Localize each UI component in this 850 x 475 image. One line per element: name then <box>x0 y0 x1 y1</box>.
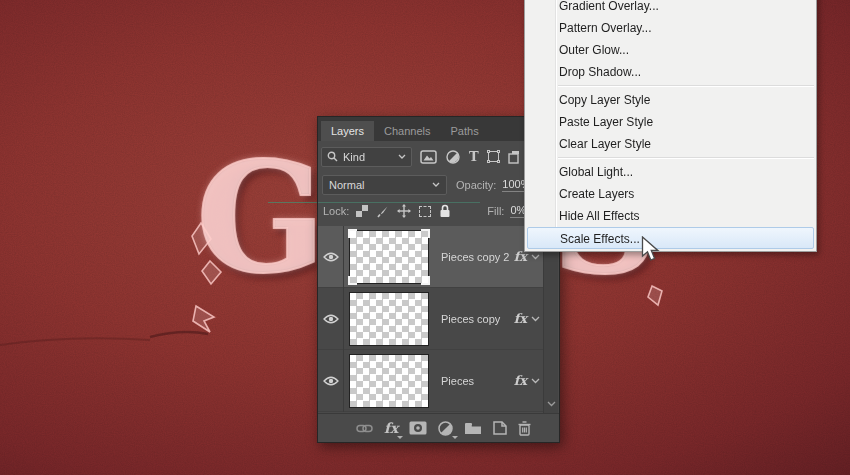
add-layer-mask-button[interactable] <box>409 421 427 435</box>
lock-row: Lock: <box>318 201 559 221</box>
menu-item-paste-layer-style[interactable]: Paste Layer Style <box>525 111 816 133</box>
chevron-down-icon <box>398 154 406 159</box>
menu-separator <box>558 157 814 159</box>
filter-kind-label: Kind <box>343 151 365 163</box>
collapse-effects-chevron-icon[interactable] <box>531 254 540 260</box>
type-layers-filter-icon[interactable]: T <box>469 149 479 164</box>
layer-thumbnail[interactable] <box>349 292 429 346</box>
layer-thumbnail[interactable] <box>349 230 429 284</box>
menu-item-outer-glow[interactable]: Outer Glow... <box>525 39 816 61</box>
layer-list-scrollbar[interactable] <box>543 226 558 413</box>
layer-row-pieces-copy-2[interactable]: Pieces copy 2 fx <box>318 226 544 288</box>
layer-fx-badge[interactable]: fx <box>514 311 527 326</box>
lock-image-pixels-brush-icon[interactable] <box>376 205 389 218</box>
add-layer-style-button[interactable]: fx <box>384 420 398 436</box>
mouse-cursor <box>641 236 661 264</box>
visibility-toggle[interactable] <box>318 350 344 412</box>
photoshop-workspace: G S Layers Channels Paths <box>0 0 850 475</box>
fill-label: Fill: <box>487 205 504 217</box>
layer-row-pieces-copy[interactable]: Pieces copy fx <box>318 288 544 350</box>
opacity-label: Opacity: <box>456 179 496 191</box>
adjustment-layers-filter-icon[interactable] <box>446 150 460 164</box>
shape-layers-filter-icon[interactable] <box>488 151 499 162</box>
lock-transparent-pixels-icon[interactable] <box>356 205 368 217</box>
layer-name[interactable]: Pieces copy 2 <box>441 251 514 263</box>
lock-label: Lock: <box>323 205 349 217</box>
visibility-toggle[interactable] <box>318 226 344 288</box>
menu-item-copy-layer-style[interactable]: Copy Layer Style <box>525 89 816 111</box>
eye-icon <box>323 252 339 262</box>
eye-icon <box>323 376 339 386</box>
blend-mode-value: Normal <box>329 179 364 191</box>
menu-item-clear-layer-style[interactable]: Clear Layer Style <box>525 133 816 155</box>
visibility-toggle[interactable] <box>318 288 344 350</box>
eye-icon <box>323 314 339 324</box>
lock-artboard-icon[interactable] <box>419 206 431 217</box>
link-icon <box>356 424 373 433</box>
layers-panel-bottom-bar: fx <box>318 413 559 442</box>
tab-layers[interactable]: Layers <box>321 121 374 141</box>
pixel-layers-filter-icon[interactable] <box>420 150 437 164</box>
lock-all-padlock-icon[interactable] <box>439 204 451 218</box>
tab-paths[interactable]: Paths <box>441 121 489 141</box>
layer-style-context-menu: Gradient Overlay... Pattern Overlay... O… <box>524 0 817 252</box>
layer-thumbnail[interactable] <box>349 354 429 408</box>
layer-name[interactable]: Pieces copy <box>441 313 514 325</box>
menu-item-create-layers[interactable]: Create Layers <box>525 183 816 205</box>
collapse-effects-chevron-icon[interactable] <box>531 316 540 322</box>
menu-item-drop-shadow[interactable]: Drop Shadow... <box>525 61 816 83</box>
collapse-effects-chevron-icon[interactable] <box>531 378 540 384</box>
scroll-down-chevron-icon[interactable] <box>547 401 556 407</box>
link-layers-button[interactable] <box>356 424 373 433</box>
smart-object-filter-icon[interactable] <box>508 150 520 164</box>
chevron-down-icon <box>432 182 440 187</box>
adjustment-layer-icon <box>438 421 453 436</box>
blend-mode-dropdown[interactable]: Normal <box>322 175 447 195</box>
new-layer-icon <box>493 421 507 435</box>
tab-channels[interactable]: Channels <box>374 121 440 141</box>
layer-filter-row: Kind T <box>318 146 559 167</box>
menu-item-scale-effects[interactable]: Scale Effects... <box>527 227 814 249</box>
fx-icon: fx <box>384 420 398 436</box>
new-layer-button[interactable] <box>493 421 507 435</box>
new-adjustment-layer-button[interactable] <box>438 421 453 436</box>
guide-line <box>268 202 318 203</box>
lock-position-move-icon[interactable] <box>397 204 411 218</box>
layer-list: Pieces copy 2 fx Pieces copy fx <box>318 226 544 413</box>
menu-item-pattern-overlay[interactable]: Pattern Overlay... <box>525 17 816 39</box>
layer-mask-icon <box>409 421 427 435</box>
layer-fx-badge[interactable]: fx <box>514 373 527 388</box>
filter-kind-dropdown[interactable]: Kind <box>321 147 412 167</box>
layer-row-pieces[interactable]: Pieces fx <box>318 350 544 412</box>
trash-icon <box>518 421 531 436</box>
menu-item-gradient-overlay[interactable]: Gradient Overlay... <box>525 0 816 17</box>
folder-icon <box>464 422 482 435</box>
blend-mode-row: Normal Opacity: 100% <box>318 174 559 195</box>
search-icon <box>327 151 338 162</box>
menu-separator <box>558 85 814 87</box>
panel-tab-bar: Layers Channels Paths <box>318 117 559 141</box>
new-group-button[interactable] <box>464 422 482 435</box>
layer-name[interactable]: Pieces <box>441 375 514 387</box>
delete-layer-button[interactable] <box>518 421 531 436</box>
menu-item-hide-all-effects[interactable]: Hide All Effects <box>525 205 816 227</box>
menu-item-global-light[interactable]: Global Light... <box>525 161 816 183</box>
